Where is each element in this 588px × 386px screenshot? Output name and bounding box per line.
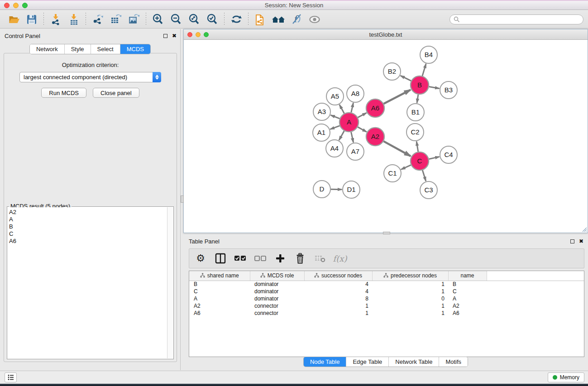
table-cell[interactable]: 1 <box>372 302 448 310</box>
table-cell[interactable]: 1 <box>372 281 448 288</box>
graph-edge[interactable] <box>416 142 418 152</box>
graph-node-A6[interactable]: A6 <box>366 99 384 117</box>
splitter-handle-left[interactable] <box>181 195 184 203</box>
save-session-icon[interactable] <box>23 12 41 27</box>
column-header-mcds-role[interactable]: MCDS role <box>250 271 304 281</box>
graph-edge[interactable] <box>417 95 418 103</box>
table-options-gear-icon[interactable]: ⚙ <box>194 252 207 265</box>
tab-mcds[interactable]: MCDS <box>120 44 150 54</box>
column-header-predecessor-nodes[interactable]: predecessor nodes <box>372 271 448 281</box>
resize-gripper-icon[interactable] <box>581 226 587 232</box>
graph-edge[interactable] <box>339 131 344 140</box>
graph-edge[interactable] <box>351 103 354 112</box>
table-row[interactable]: A6connector11A6 <box>189 310 584 317</box>
delete-table-icon[interactable] <box>313 252 327 265</box>
graph-node-A1[interactable]: A1 <box>313 124 330 141</box>
graph-edge[interactable] <box>358 127 367 132</box>
delete-column-trash-icon[interactable] <box>293 252 307 265</box>
float-panel-icon[interactable] <box>163 34 167 38</box>
table-cell[interactable]: 1 <box>372 288 448 295</box>
network-canvas[interactable]: B4B2BB3A5A8A6A3B1AA1C2A2A4A7C4CC1C3DD1 <box>184 40 588 233</box>
graph-edge[interactable] <box>401 165 411 170</box>
graph-node-C[interactable]: C <box>411 152 429 170</box>
search-input[interactable] <box>462 16 579 23</box>
table-row[interactable]: Adominator80A <box>189 295 584 302</box>
show-panel-list-button[interactable] <box>5 372 17 382</box>
new-network-from-selection-icon[interactable] <box>251 12 269 27</box>
table-cell[interactable]: A6 <box>448 310 487 317</box>
tab-style[interactable]: Style <box>65 44 91 54</box>
zoom-in-icon[interactable] <box>149 12 167 27</box>
table-cell[interactable]: 1 <box>304 302 372 310</box>
graph-edge[interactable] <box>330 115 339 119</box>
close-panel-button[interactable]: Close panel <box>93 88 139 98</box>
table-cell[interactable]: A2 <box>448 302 487 310</box>
column-header-name[interactable]: name <box>448 271 487 281</box>
mcds-result-item[interactable]: A <box>9 216 167 223</box>
export-table-icon[interactable] <box>107 12 125 27</box>
graph-edge[interactable] <box>429 157 440 159</box>
function-builder-icon[interactable]: f(x) <box>333 252 347 265</box>
graph-node-B4[interactable]: B4 <box>420 46 437 63</box>
graph-node-D[interactable]: D <box>313 181 330 198</box>
mcds-result-item[interactable]: B <box>9 223 167 230</box>
graph-node-C4[interactable]: C4 <box>440 146 457 163</box>
table-cell[interactable]: A <box>189 295 250 302</box>
import-table-icon[interactable] <box>65 12 83 27</box>
graph-node-D1[interactable]: D1 <box>343 181 360 198</box>
mcds-result-item[interactable]: A2 <box>9 209 167 216</box>
graph-node-A4[interactable]: A4 <box>326 140 343 157</box>
mcds-result-item[interactable]: A6 <box>9 238 167 245</box>
graph-edge[interactable] <box>429 87 440 89</box>
result-scrollbar[interactable] <box>167 207 173 358</box>
table-row[interactable]: Cdominator41C <box>189 288 584 295</box>
import-network-icon[interactable] <box>47 12 65 27</box>
search-box[interactable] <box>449 14 583 24</box>
graph-node-A[interactable]: A <box>339 113 359 132</box>
graph-edge[interactable] <box>330 126 340 129</box>
float-table-panel-icon[interactable] <box>570 239 574 243</box>
tab-edge-table[interactable]: Edge Table <box>346 357 389 367</box>
zoom-fit-icon[interactable] <box>185 12 203 27</box>
graph-node-C3[interactable]: C3 <box>420 181 437 199</box>
zoom-out-icon[interactable] <box>167 12 185 27</box>
table-cell[interactable]: 1 <box>372 310 448 317</box>
show-columns-icon[interactable] <box>214 252 227 265</box>
table-cell[interactable]: connector <box>250 302 304 310</box>
graph-node-A8[interactable]: A8 <box>347 85 364 102</box>
graph-node-B3[interactable]: B3 <box>440 81 457 99</box>
table-cell[interactable]: B <box>189 281 250 288</box>
graph-edge[interactable] <box>422 64 426 76</box>
table-cell[interactable]: 4 <box>304 281 372 288</box>
graph-node-C2[interactable]: C2 <box>406 124 424 141</box>
export-image-icon[interactable] <box>125 12 143 27</box>
table-cell[interactable]: A2 <box>189 302 250 310</box>
graph-edge[interactable] <box>351 132 354 143</box>
table-row[interactable]: Bdominator41B <box>189 281 584 288</box>
tab-network-table[interactable]: Network Table <box>389 357 439 367</box>
table-cell[interactable]: 1 <box>304 310 372 317</box>
run-mcds-button[interactable]: Run MCDS <box>41 88 86 98</box>
tab-network[interactable]: Network <box>30 44 65 54</box>
show-graphics-details-icon[interactable]: f <box>287 12 306 27</box>
graph-edge[interactable] <box>384 90 411 104</box>
column-header-successor-nodes[interactable]: successor nodes <box>304 271 372 281</box>
refresh-icon[interactable] <box>227 12 245 27</box>
graph-node-B1[interactable]: B1 <box>407 104 424 121</box>
birds-eye-view-icon[interactable] <box>306 12 324 27</box>
table-cell[interactable]: B <box>448 281 487 288</box>
table-cell[interactable]: C <box>448 288 487 295</box>
table-cell[interactable]: 0 <box>372 295 448 302</box>
zoom-selected-icon[interactable] <box>203 12 221 27</box>
graph-node-A5[interactable]: A5 <box>326 88 344 105</box>
unselect-all-columns-icon[interactable] <box>253 252 267 265</box>
table-cell[interactable]: 4 <box>304 288 372 295</box>
table-cell[interactable]: A <box>448 295 487 302</box>
graph-edge[interactable] <box>339 105 344 113</box>
close-table-panel-icon[interactable]: ✖ <box>579 238 583 244</box>
mcds-result-item[interactable]: C <box>9 230 167 238</box>
tab-select[interactable]: Select <box>91 44 120 54</box>
table-cell[interactable]: dominator <box>250 281 304 288</box>
memory-button[interactable]: Memory <box>548 372 584 382</box>
select-all-columns-icon[interactable] <box>234 252 247 265</box>
